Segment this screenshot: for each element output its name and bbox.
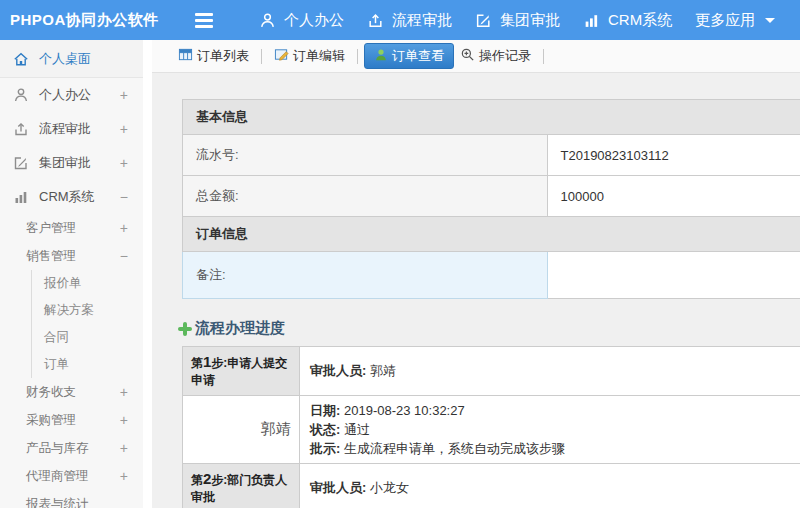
person-icon bbox=[13, 87, 30, 103]
sidebar-item-sales-mgmt[interactable]: 销售管理 − bbox=[0, 242, 143, 270]
collapse-icon[interactable]: − bbox=[120, 248, 128, 264]
nav-label: 集团审批 bbox=[500, 11, 560, 30]
step-1-detail: 日期: 2019-08-23 10:32:27 状态: 通过 批示: 生成流程申… bbox=[300, 396, 800, 464]
sidebar-item-label: 流程审批 bbox=[39, 120, 91, 138]
sidebar-item-crm[interactable]: CRM系统 − bbox=[0, 180, 143, 214]
topnav-crm[interactable]: CRM系统 bbox=[583, 11, 672, 30]
section-header-row: 基本信息 bbox=[183, 100, 800, 135]
step-detail-row: 郭靖 日期: 2019-08-23 10:32:27 状态: 通过 批示: 生成… bbox=[183, 396, 800, 464]
sidebar-item-customer-mgmt[interactable]: 客户管理 + bbox=[0, 214, 143, 242]
topnav-group-approval[interactable]: 集团审批 bbox=[475, 11, 560, 30]
sidebar-divider bbox=[143, 40, 152, 508]
sales-submenu: 报价单 解决方案 合同 订单 bbox=[31, 270, 143, 378]
expand-icon[interactable]: + bbox=[120, 468, 128, 484]
flow-approval-icon bbox=[13, 121, 30, 137]
tab-divider bbox=[543, 49, 544, 64]
sidebar-item-label: 销售管理 bbox=[26, 248, 76, 265]
sidebar-item-label: 财务收支 bbox=[26, 384, 76, 401]
sidebar-item-label: 个人办公 bbox=[39, 86, 91, 104]
sidebar-item-label: 集团审批 bbox=[39, 154, 91, 172]
nav-label: 流程审批 bbox=[392, 11, 452, 30]
process-steps-table: 第1步:申请人提交申请 审批人员: 郭靖 郭靖 日期: 2019-08-23 1… bbox=[182, 346, 800, 508]
sidebar-item-purchase[interactable]: 采购管理 + bbox=[0, 406, 143, 434]
tab-label: 订单列表 bbox=[197, 47, 249, 65]
step-1-approver: 审批人员: 郭靖 bbox=[300, 347, 800, 396]
main-area: 订单列表 订单编辑 订单查看 操作记录 基本信息 bbox=[152, 40, 800, 508]
nav-label: CRM系统 bbox=[608, 11, 672, 30]
step-1-approver-name: 郭靖 bbox=[183, 396, 300, 464]
step-2-title: 第2步:部门负责人审批 bbox=[183, 464, 300, 508]
sidebar-item-contract[interactable]: 合同 bbox=[32, 324, 143, 351]
sidebar-item-label: 解决方案 bbox=[44, 302, 94, 319]
section-title-order-info: 订单信息 bbox=[183, 217, 800, 252]
step-1-title: 第1步:申请人提交申请 bbox=[183, 347, 300, 396]
tab-label: 操作记录 bbox=[479, 47, 531, 65]
process-progress-header[interactable]: 流程办理进度 bbox=[178, 319, 800, 338]
order-view-icon bbox=[374, 48, 388, 65]
collapse-icon[interactable]: − bbox=[120, 189, 128, 205]
process-progress-title: 流程办理进度 bbox=[195, 319, 285, 338]
tab-order-edit[interactable]: 订单编辑 bbox=[268, 43, 351, 69]
sidebar: 个人桌面 个人办公 + 流程审批 + 集团审批 + CRM系统 − 客户管理 +… bbox=[0, 40, 143, 508]
sidebar-item-label: 产品与库存 bbox=[26, 440, 89, 457]
expand-icon[interactable]: + bbox=[120, 87, 128, 103]
topnav-flow-approval[interactable]: 流程审批 bbox=[367, 11, 452, 30]
step-1-date: 2019-08-23 10:32:27 bbox=[344, 403, 465, 418]
sidebar-item-personal-desktop[interactable]: 个人桌面 bbox=[0, 40, 143, 78]
sidebar-item-flow-approval[interactable]: 流程审批 + bbox=[0, 112, 143, 146]
table-row: 备注: bbox=[183, 252, 800, 299]
sidebar-item-label: 采购管理 bbox=[26, 412, 76, 429]
serial-number-label: 流水号: bbox=[183, 135, 548, 176]
remark-label: 备注: bbox=[183, 252, 548, 299]
top-navigation: 个人办公 流程审批 集团审批 CRM系统 更多应用 bbox=[259, 11, 798, 30]
topnav-personal-office[interactable]: 个人办公 bbox=[259, 11, 344, 30]
sidebar-item-order[interactable]: 订单 bbox=[32, 351, 143, 378]
sidebar-item-group-approval[interactable]: 集团审批 + bbox=[0, 146, 143, 180]
plus-icon bbox=[178, 322, 192, 336]
sidebar-item-label: 报表与统计 bbox=[26, 496, 89, 508]
expand-icon[interactable]: + bbox=[120, 121, 128, 137]
order-detail-panel: 基本信息 流水号: T20190823103112 总金额: 100000 订单… bbox=[152, 73, 800, 508]
topnav-more-apps[interactable]: 更多应用 bbox=[695, 11, 775, 30]
order-info-table: 基本信息 流水号: T20190823103112 总金额: 100000 订单… bbox=[182, 99, 800, 299]
sidebar-item-finance[interactable]: 财务收支 + bbox=[0, 378, 143, 406]
sidebar-item-label: CRM系统 bbox=[39, 188, 95, 206]
tab-operation-log[interactable]: 操作记录 bbox=[454, 43, 537, 69]
sidebar-item-quotation[interactable]: 报价单 bbox=[32, 270, 143, 297]
hamburger-icon[interactable] bbox=[195, 13, 217, 28]
sidebar-item-products-inventory[interactable]: 产品与库存 + bbox=[0, 434, 143, 462]
group-approval-icon bbox=[13, 155, 30, 171]
sidebar-item-label: 客户管理 bbox=[26, 220, 76, 237]
sidebar-item-label: 代理商管理 bbox=[26, 468, 89, 485]
expand-icon[interactable]: + bbox=[120, 155, 128, 171]
step-1-comment: 生成流程申请单，系统自动完成该步骤 bbox=[344, 441, 565, 456]
tab-divider bbox=[357, 49, 358, 64]
step-header-row: 第1步:申请人提交申请 审批人员: 郭靖 bbox=[183, 347, 800, 396]
nav-label: 更多应用 bbox=[695, 11, 755, 30]
crm-chart-icon bbox=[13, 189, 30, 205]
home-icon bbox=[13, 51, 30, 67]
sidebar-item-personal-office[interactable]: 个人办公 + bbox=[0, 78, 143, 112]
sidebar-item-reports-stats[interactable]: 报表与统计 bbox=[0, 490, 143, 508]
order-list-icon bbox=[178, 47, 193, 65]
tab-divider bbox=[261, 49, 262, 64]
expand-icon[interactable]: + bbox=[120, 384, 128, 400]
table-row: 流水号: T20190823103112 bbox=[183, 135, 800, 176]
crm-chart-icon bbox=[583, 12, 600, 29]
total-amount-label: 总金额: bbox=[183, 176, 548, 217]
sidebar-item-label: 报价单 bbox=[44, 275, 82, 292]
app-title: PHPOA协同办公软件 bbox=[0, 11, 195, 30]
section-title-basic-info: 基本信息 bbox=[183, 100, 800, 135]
tab-label: 订单编辑 bbox=[293, 47, 345, 65]
sidebar-item-agent-mgmt[interactable]: 代理商管理 + bbox=[0, 462, 143, 490]
expand-icon[interactable]: + bbox=[120, 412, 128, 428]
sidebar-item-solution[interactable]: 解决方案 bbox=[32, 297, 143, 324]
tab-order-view[interactable]: 订单查看 bbox=[364, 43, 454, 69]
expand-icon[interactable]: + bbox=[120, 440, 128, 456]
nav-label: 个人办公 bbox=[284, 11, 344, 30]
sidebar-item-label: 合同 bbox=[44, 329, 69, 346]
operation-log-icon bbox=[460, 47, 475, 65]
tab-order-list[interactable]: 订单列表 bbox=[172, 43, 255, 69]
step-2-approver: 审批人员: 小龙女 bbox=[300, 464, 800, 508]
expand-icon[interactable]: + bbox=[120, 220, 128, 236]
